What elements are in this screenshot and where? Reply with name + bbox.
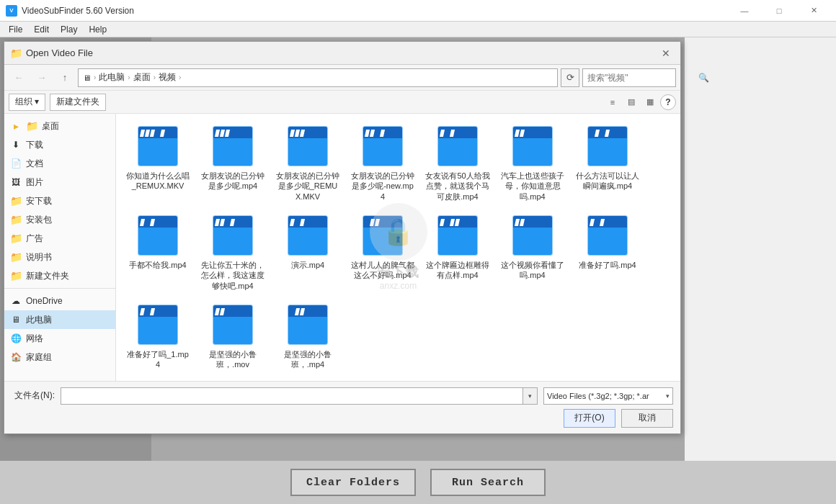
dialog-action-row: 打开(O) 取消 [12, 409, 673, 428]
file-item[interactable]: 女朋友说的已分钟是多少呢.mp4 [197, 120, 269, 206]
filename-input-wrapper: ▾ [61, 387, 538, 405]
refresh-button[interactable]: ⟳ [561, 68, 579, 87]
forward-button[interactable]: → [32, 68, 52, 87]
nav-installers[interactable]: 📁 安装包 [4, 210, 115, 229]
file-item[interactable]: 这村儿人的脾气都这么不好吗.mp4 [347, 209, 419, 295]
menu-play[interactable]: Play [55, 23, 83, 36]
app-title: VideoSubFinder 5.60 Version [22, 6, 728, 16]
file-name: 这个牌匾边框雕得有点样.mp4 [425, 260, 490, 281]
file-name: 先让你五十米的，怎么样，我这速度够快吧.mp4 [200, 260, 265, 290]
help-button[interactable]: ? [660, 94, 676, 110]
nav-an-downloads[interactable]: 📁 安下载 [4, 192, 115, 210]
file-item[interactable]: 演示.mp4 [272, 209, 344, 295]
filename-row: 文件名(N): ▾ Video Files (*.3g2; *.3gp; *.a… [12, 387, 673, 405]
file-item[interactable]: 女朋友说的已分钟是多少呢-new.mp4 [347, 120, 419, 206]
file-item[interactable]: 汽车上也送些孩子母，你知道意思吗.mp4 [497, 120, 569, 206]
file-name: 你知道为什么么唱_REMUX.MKV [125, 171, 190, 192]
file-item[interactable]: 女朋友说的已分钟是多少呢_REMUX.MKV [272, 120, 344, 206]
file-icon [286, 214, 329, 257]
app-icon: V [6, 5, 17, 17]
file-item[interactable]: 手都不给我.mp4 [122, 209, 194, 295]
folder-yellow-icon4: 📁 [10, 251, 22, 263]
nav-this-pc[interactable]: 🖥 此电脑 [4, 310, 115, 329]
file-item[interactable]: 这个视频你看懂了吗.mp4 [497, 209, 569, 295]
file-name: 女朋友说的已分钟是多少呢-new.mp4 [350, 171, 415, 201]
file-item[interactable]: 你知道为什么么唱_REMUX.MKV [122, 120, 194, 206]
view-details-button[interactable]: ▤ [623, 94, 640, 111]
nav-ads[interactable]: 📁 广告 [4, 229, 115, 248]
folder-yellow-icon2: 📁 [10, 214, 22, 225]
new-folder-button[interactable]: 新建文件夹 [50, 94, 106, 111]
document-icon: 📄 [10, 158, 22, 169]
filetype-select[interactable]: Video Files (*.3g2; *.3gp; *.ar ▾ [543, 387, 673, 405]
breadcrumb-video[interactable]: 视频 [159, 71, 176, 84]
nav-network[interactable]: 🌐 网络 [4, 329, 115, 348]
file-dialog: 📁 Open Video File ✕ ← → ↑ 🖥 › 此电脑 › 桌面 [4, 41, 681, 434]
open-button[interactable]: 打开(O) [564, 409, 615, 428]
file-icon [361, 125, 404, 168]
view-grid-button[interactable]: ▦ [641, 94, 659, 111]
file-name: 准备好了吗.mp4 [579, 260, 636, 270]
breadcrumb-item[interactable]: 🖥 [83, 73, 91, 82]
run-search-button[interactable]: Run Search [430, 469, 546, 496]
file-item[interactable]: 这个牌匾边框雕得有点样.mp4 [422, 209, 494, 295]
nav-label: 下载 [26, 139, 43, 151]
file-item[interactable]: 是坚强的小鲁班，.mp4 [272, 298, 344, 375]
close-app-button[interactable]: ✕ [797, 0, 830, 22]
nav-desktop[interactable]: ▸ 📁 桌面 [4, 117, 115, 135]
clear-folders-button[interactable]: Clear Folders [290, 469, 416, 496]
folder-yellow-icon5: 📁 [10, 270, 22, 282]
filename-dropdown-button[interactable]: ▾ [522, 388, 537, 404]
file-name: 什么方法可以让人瞬间遍疯.mp4 [575, 171, 640, 192]
file-icon [586, 125, 629, 168]
file-icon [361, 214, 404, 257]
nav-documents[interactable]: 📄 文档 [4, 154, 115, 173]
filename-input[interactable] [61, 391, 522, 401]
dialog-body: ▸ 📁 桌面 ⬇ 下载 📄 文档 🖼 [4, 114, 680, 381]
search-input[interactable] [587, 73, 695, 83]
dialog-folder-icon: 📁 [10, 48, 22, 59]
desktop-icon: ▸ [10, 120, 22, 132]
nav-pictures[interactable]: 🖼 图片 [4, 173, 115, 192]
computer-icon: 🖥 [10, 314, 22, 325]
nav-onedrive[interactable]: ☁ OneDrive [4, 292, 115, 310]
nav-new-folder[interactable]: 📁 新建文件夹 [4, 266, 115, 285]
file-item[interactable]: 准备好了吗.mp4 [572, 209, 644, 295]
file-item[interactable]: 先让你五十米的，怎么样，我这速度够快吧.mp4 [197, 209, 269, 295]
nav-downloads[interactable]: ⬇ 下载 [4, 135, 115, 154]
filetype-text: Video Files (*.3g2; *.3gp; *.ar [547, 392, 666, 400]
menu-edit[interactable]: Edit [28, 23, 55, 36]
file-icon [211, 214, 254, 257]
nav-label: 广告 [26, 233, 43, 245]
dialog-close-button[interactable]: ✕ [657, 45, 675, 62]
nav-homegroup[interactable]: 🏠 家庭组 [4, 348, 115, 366]
menu-file[interactable]: File [3, 23, 28, 36]
file-item[interactable]: 准备好了吗_1.mp4 [122, 298, 194, 375]
view-list-button[interactable]: ≡ [604, 94, 621, 111]
breadcrumb-computer[interactable]: 此电脑 [99, 71, 125, 84]
back-button[interactable]: ← [9, 68, 29, 87]
menu-help[interactable]: Help [83, 23, 112, 36]
organize-button[interactable]: 组织 ▾ [9, 94, 45, 111]
minimize-button[interactable]: — [728, 0, 761, 22]
breadcrumb-desktop[interactable]: 桌面 [133, 71, 151, 84]
file-item[interactable]: 是坚强的小鲁班，.mov [197, 298, 269, 375]
cancel-button[interactable]: 取消 [621, 409, 673, 428]
dialog-bottom: 文件名(N): ▾ Video Files (*.3g2; *.3gp; *.a… [4, 381, 680, 433]
dialog-title: Open Video File [26, 48, 657, 58]
nav-label: 文档 [26, 158, 43, 170]
maximize-button[interactable]: □ [762, 0, 796, 22]
folder-yellow-icon: 📁 [10, 195, 22, 207]
search-box: 🔍 [582, 68, 676, 87]
up-button[interactable]: ↑ [55, 68, 75, 87]
network-icon: 🌐 [10, 333, 22, 344]
file-item[interactable]: 什么方法可以让人瞬间遍疯.mp4 [572, 120, 644, 206]
file-icon [211, 303, 254, 346]
view-buttons: ≡ ▤ ▦ ? [604, 94, 676, 111]
title-bar: V VideoSubFinder 5.60 Version — □ ✕ [0, 0, 836, 22]
file-icon [136, 125, 179, 168]
nav-manuals[interactable]: 📁 说明书 [4, 248, 115, 266]
menu-bar: File Edit Play Help [0, 22, 836, 37]
file-item[interactable]: 女友说有50人给我点赞，就送我个马可皮肤.mp4 [422, 120, 494, 206]
search-icon: 🔍 [698, 73, 709, 83]
